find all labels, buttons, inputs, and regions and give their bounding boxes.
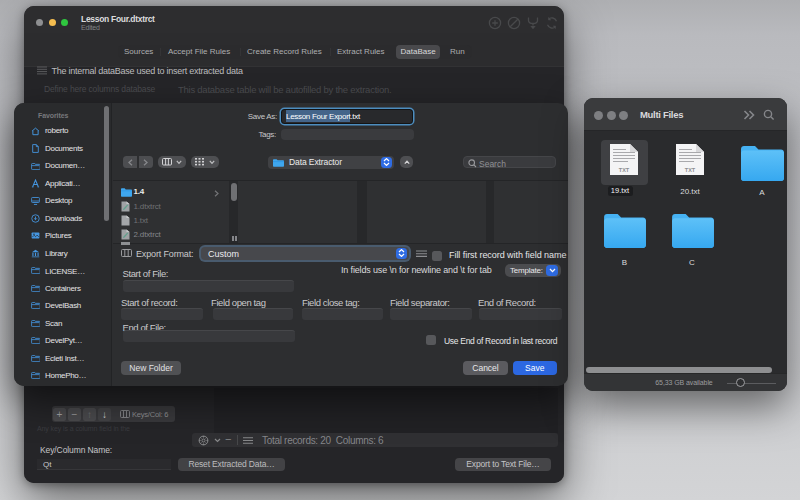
- svg-text:TXT: TXT: [685, 166, 696, 172]
- svg-text:TXT: TXT: [619, 166, 630, 172]
